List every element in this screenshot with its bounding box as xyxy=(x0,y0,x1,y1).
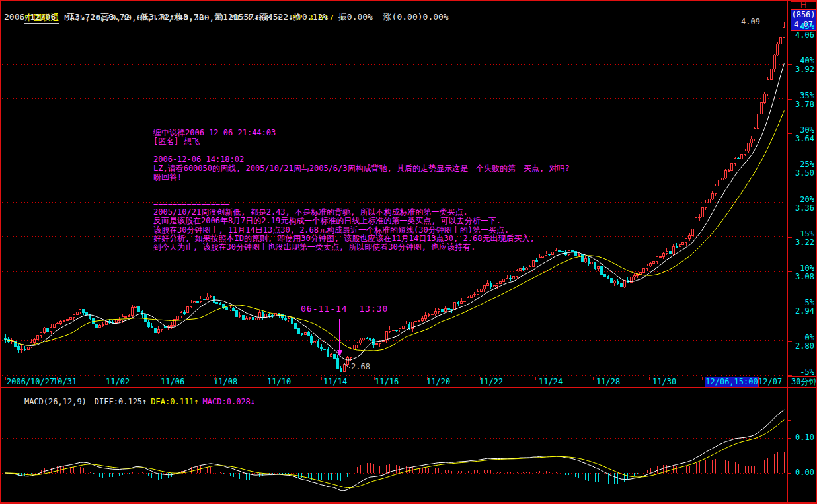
candle-body-up xyxy=(734,159,736,164)
candle-body-up xyxy=(685,238,687,242)
candle-body-down xyxy=(522,268,524,270)
macd-axis-tick xyxy=(787,491,791,491)
candle-body-up xyxy=(702,207,704,217)
candle-body-up xyxy=(689,236,691,239)
candle-body-up xyxy=(471,295,473,297)
candle-body-up xyxy=(402,326,404,329)
scale-corner-line xyxy=(787,376,817,377)
candle-body-up xyxy=(50,328,52,332)
candle-body-up xyxy=(53,324,55,328)
candle-body-up xyxy=(434,311,436,314)
macd-axis-tick xyxy=(787,420,791,421)
date-axis-tick xyxy=(427,377,428,380)
candle-body-up xyxy=(171,326,173,327)
scale-price-label: 3.22 xyxy=(789,238,814,247)
chart-canvas[interactable] xyxy=(0,0,817,504)
date-axis-tick xyxy=(480,377,481,380)
date-axis-tick xyxy=(110,377,110,380)
candle-body-up xyxy=(200,299,202,301)
candle-body-down xyxy=(203,299,205,299)
candle-body-up xyxy=(464,301,466,301)
candle-body-up xyxy=(519,268,521,270)
scale-price-label: 4.06 xyxy=(789,31,814,40)
scale-price-label: 3.08 xyxy=(789,273,814,281)
candle-body-down xyxy=(5,338,7,340)
candle-body-down xyxy=(196,301,198,302)
price-axis-tick xyxy=(787,168,792,168)
date-axis-tick xyxy=(321,377,322,380)
candle-body-up xyxy=(379,342,381,344)
scale-percent-label: 20% xyxy=(789,196,814,204)
up-arrow-icon: ↑ xyxy=(142,397,147,406)
candle-body-down xyxy=(457,303,459,304)
candle-body-up xyxy=(650,263,652,266)
candle-body-up xyxy=(157,329,159,332)
candle-body-down xyxy=(620,284,622,287)
candle-body-down xyxy=(272,315,274,316)
candle-body-up xyxy=(376,344,378,345)
price-axis-tick xyxy=(787,30,792,30)
date-label: 11/22 xyxy=(479,378,503,386)
candle-body-up xyxy=(500,282,502,284)
candle-body-up xyxy=(529,266,531,268)
candle-body-up xyxy=(539,258,541,262)
candle-body-up xyxy=(128,315,130,316)
annotation-line: [匿名] 想飞 xyxy=(153,137,570,146)
candle-body-up xyxy=(438,310,440,311)
candle-body-up xyxy=(177,316,179,320)
annotation-line xyxy=(153,147,570,155)
date-axis-tick xyxy=(5,377,6,380)
date-label: 11/24 xyxy=(539,378,563,386)
candle-body-up xyxy=(513,276,515,279)
price-axis-tick xyxy=(787,203,792,203)
candle-body-up xyxy=(780,37,782,44)
candle-body-down xyxy=(83,310,85,312)
candle-body-up xyxy=(744,151,746,155)
candle-body-down xyxy=(242,315,244,320)
candle-body-up xyxy=(415,321,417,322)
candle-body-down xyxy=(617,281,619,284)
candle-body-up xyxy=(249,318,251,318)
date-axis-tick xyxy=(163,377,163,380)
macd-axis-tick xyxy=(787,438,791,439)
dea-value: DEA:0.111↑ xyxy=(151,397,198,406)
macd-separator-line xyxy=(0,387,817,388)
price-axis-tick xyxy=(787,99,792,100)
date-label: 11/30 xyxy=(652,378,676,386)
candle-body-up xyxy=(705,203,707,207)
candle-body-up xyxy=(741,155,743,159)
macd-header: MACD(26,12,9)DIFF:0.125↑DEA:0.111↑MACD:0… xyxy=(5,389,255,415)
candle-body-up xyxy=(210,296,212,297)
candle-body-up xyxy=(656,257,658,261)
candle-body-up xyxy=(255,318,257,320)
candle-body-down xyxy=(611,278,613,283)
frame-left xyxy=(0,0,1,504)
candle-body-up xyxy=(467,297,469,301)
candle-body-up xyxy=(777,44,779,55)
candle-body-up xyxy=(598,267,600,269)
date-label: 11/16 xyxy=(375,378,399,386)
candle-body-down xyxy=(17,346,19,349)
macd-scale-label: 0.00 xyxy=(792,468,814,477)
candle-body-down xyxy=(451,309,453,310)
crosshair-vertical-line[interactable] xyxy=(758,1,758,502)
date-axis-tick xyxy=(57,377,58,380)
candle-body-up xyxy=(431,314,433,314)
candle-body-up xyxy=(363,338,365,340)
candle-body-up xyxy=(477,292,479,295)
candle-body-down xyxy=(340,368,342,371)
candle-body-up xyxy=(102,324,104,325)
candle-body-down xyxy=(441,310,443,312)
candle-body-up xyxy=(613,281,615,283)
candle-body-up xyxy=(392,330,394,330)
candle-body-down xyxy=(370,338,371,339)
candle-body-down xyxy=(333,355,335,359)
candle-body-down xyxy=(268,314,270,316)
candle-body-up xyxy=(385,331,387,340)
candle-body-down xyxy=(233,308,235,310)
candle-body-up xyxy=(125,316,127,317)
candle-body-down xyxy=(327,349,329,356)
candle-body-down xyxy=(219,304,221,305)
candle-body-up xyxy=(584,258,586,262)
candle-body-up xyxy=(633,275,635,277)
